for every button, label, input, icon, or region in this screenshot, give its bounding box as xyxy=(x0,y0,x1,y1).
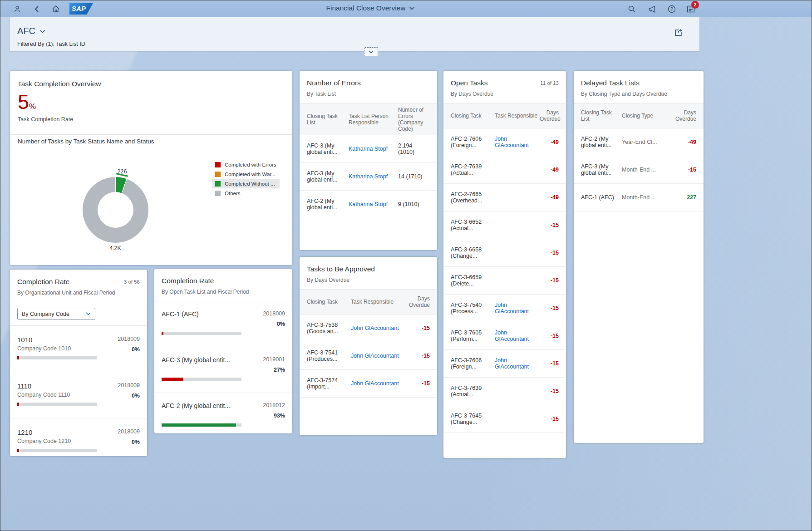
task-responsible-link[interactable]: John GlAccountant xyxy=(351,325,409,331)
card-completion-rate-task-list[interactable]: Completion Rate By Open Task List and Fi… xyxy=(154,269,292,433)
legend-item[interactable]: Completed Without ... xyxy=(212,179,280,188)
table-row[interactable]: AFC-3 (My global enti... Katharina Stopf… xyxy=(300,135,437,163)
kpi-value: 5% xyxy=(18,90,36,114)
task-responsible-link[interactable]: John GlAccountant xyxy=(351,353,409,359)
closing-type-cell: Month-End ... xyxy=(622,167,671,173)
notifications-icon[interactable]: 2 xyxy=(685,4,697,15)
card-title: Task Completion Overview xyxy=(18,80,101,88)
svg-text:?: ? xyxy=(670,7,673,12)
table-row[interactable]: AFC-3-7645 (Change... -15 xyxy=(443,405,566,433)
table-row[interactable]: AFC-3-6659 (Delete... -15 xyxy=(443,267,566,295)
progress-fill xyxy=(17,449,19,452)
card-task-completion-overview[interactable]: Task Completion Overview 5% Task Complet… xyxy=(10,71,292,265)
announcement-icon[interactable] xyxy=(646,4,658,15)
list-item[interactable]: 1110 Company Code 1110 2018009 0% xyxy=(10,372,147,418)
variant-selector[interactable]: AFC xyxy=(17,26,45,36)
table-row[interactable]: AFC-3-7540 (Process... John GlAccountant… xyxy=(443,295,566,322)
legend-swatch xyxy=(215,172,221,177)
list-item[interactable]: AFC-2 (My global entit... 2018012 93% xyxy=(154,393,292,433)
table-row[interactable]: AFC-1 (AFC) Month-End ... 227 xyxy=(574,184,704,211)
legend-label: Others xyxy=(225,191,241,196)
kpi-number: 5 xyxy=(18,90,29,113)
card-title: Completion Rate xyxy=(162,277,285,285)
closing-task-cell: AFC-3-7639 (Actual... xyxy=(451,385,495,398)
donut-chart[interactable] xyxy=(83,177,148,243)
column-header: Closing Task List xyxy=(581,109,622,122)
list-item[interactable]: 1010 Company Code 1010 2018009 0% xyxy=(10,326,147,372)
column-header: Number of Errors (Company Code) xyxy=(398,107,430,132)
legend-item[interactable]: Completed with War... xyxy=(212,169,280,179)
back-icon[interactable] xyxy=(31,4,43,15)
card-tasks-to-be-approved[interactable]: Tasks to Be Approved By Days Overdue Clo… xyxy=(300,257,437,435)
table-row[interactable]: AFC-3-7574 (Import... John GlAccountant … xyxy=(300,370,437,398)
table-row[interactable]: AFC-3-7541 (Produces... John GlAccountan… xyxy=(300,342,437,370)
company-code-select[interactable]: By Company Code xyxy=(17,308,95,320)
variant-title: AFC xyxy=(17,26,35,36)
list-item[interactable]: AFC-3 (My global entit... 2019001 27% xyxy=(154,347,292,393)
closing-task-list-cell: AFC-1 (AFC) xyxy=(581,194,622,201)
card-open-tasks[interactable]: Open Tasks 11 of 13 By Days Overdue Clos… xyxy=(443,71,566,458)
table-row[interactable]: AFC-3-7538 (Goods an... John GlAccountan… xyxy=(300,315,437,342)
task-responsible-link[interactable]: John GlAccountant xyxy=(351,380,409,387)
kpi-unit: % xyxy=(29,102,36,111)
person-responsible-link[interactable]: Katharina Stopf xyxy=(349,146,398,152)
card-completion-rate-org-unit[interactable]: Completion Rate 3 of 56 By Organizationa… xyxy=(10,270,147,456)
table-row[interactable]: AFC-3 (My global enti... Month-End ... -… xyxy=(574,156,704,184)
task-responsible-link[interactable]: John GlAccountant xyxy=(495,136,540,148)
select-label: By Company Code xyxy=(22,311,69,317)
completion-percent: 0% xyxy=(277,321,285,327)
card-number-of-errors[interactable]: Number of Errors By Task List Closing Ta… xyxy=(300,71,437,250)
org-unit-desc: Company Code 1010 xyxy=(17,345,140,352)
progress-bar xyxy=(17,356,97,359)
table-row[interactable]: AFC-2-7639 (Actual... -49 xyxy=(443,156,566,184)
collapse-header-button[interactable] xyxy=(364,47,378,56)
donut-slice-label: 226 xyxy=(99,168,145,175)
fiscal-period: 2018009 xyxy=(118,428,140,435)
card-header: Completion Rate By Open Task List and Fi… xyxy=(154,269,292,301)
table-row[interactable]: AFC-2 (My global enti... Katharina Stopf… xyxy=(300,191,437,218)
person-responsible-link[interactable]: Katharina Stopf xyxy=(349,201,398,207)
days-overdue-value: 227 xyxy=(671,194,696,201)
legend-item[interactable]: Completed with Errors xyxy=(212,160,280,169)
task-responsible-link[interactable]: John GlAccountant xyxy=(495,329,540,342)
table-row[interactable]: AFC-3-7639 (Actual... -15 xyxy=(443,378,566,405)
table-row[interactable]: AFC-2 (My global enti... Year-End Cl... … xyxy=(574,128,704,156)
list-item[interactable]: AFC-1 (AFC) 2018009 0% xyxy=(154,301,292,347)
column-header: Closing Type xyxy=(622,113,671,119)
table-row[interactable]: AFC-2-7606 (Foreign... John GlAccountant… xyxy=(443,128,566,156)
closing-task-cell: AFC-3-7605 (Perform... xyxy=(451,329,495,342)
help-icon[interactable]: ? xyxy=(666,4,678,15)
legend-item[interactable]: Others xyxy=(212,188,280,198)
closing-task-list-cell: AFC-3 (My global enti... xyxy=(581,163,622,176)
task-responsible-link[interactable]: John GlAccountant xyxy=(495,302,540,315)
card-header: Number of Errors By Task List xyxy=(300,71,437,97)
days-overdue-value: -15 xyxy=(540,250,559,256)
user-profile-icon[interactable] xyxy=(11,4,23,15)
home-icon[interactable] xyxy=(50,4,62,15)
table-row[interactable]: AFC-3-6652 (Actual... -15 xyxy=(443,211,566,239)
days-overdue-value: -15 xyxy=(409,380,430,387)
days-overdue-value: -15 xyxy=(540,416,559,422)
table-row[interactable]: AFC-2-7665 (Overhead... -49 xyxy=(443,184,566,211)
card-delayed-task-lists[interactable]: Delayed Task Lists By Closing Type and D… xyxy=(574,71,704,443)
table-row[interactable]: AFC-3-7605 (Perform... John GlAccountant… xyxy=(443,322,566,350)
column-header: Days Overdue xyxy=(671,109,696,122)
list-item[interactable]: 1210 Company Code 1210 2018009 0% xyxy=(10,418,147,456)
progress-bar xyxy=(17,449,97,452)
search-icon[interactable] xyxy=(626,4,638,15)
notification-badge: 2 xyxy=(691,1,699,9)
closing-type-cell: Year-End Cl... xyxy=(622,139,671,145)
fiscal-period: 2019001 xyxy=(263,356,285,363)
share-icon[interactable] xyxy=(673,27,684,38)
progress-bar xyxy=(162,332,241,335)
card-header: Open Tasks 11 of 13 By Days Overdue xyxy=(443,71,566,97)
app-title-menu[interactable]: Financial Close Overview xyxy=(326,4,415,12)
person-responsible-link[interactable]: Katharina Stopf xyxy=(349,173,398,180)
org-unit-desc: Company Code 1110 xyxy=(17,392,140,398)
table-row[interactable]: AFC-3-7606 (Foreign... John GlAccountant… xyxy=(443,350,566,378)
org-unit-desc: Company Code 1210 xyxy=(17,438,140,444)
task-responsible-link[interactable]: John GlAccountant xyxy=(495,357,540,370)
table-row[interactable]: AFC-3 (My global enti... Katharina Stopf… xyxy=(300,163,437,191)
completion-percent: 0% xyxy=(132,439,140,445)
table-row[interactable]: AFC-3-6658 (Change... -15 xyxy=(443,239,566,267)
